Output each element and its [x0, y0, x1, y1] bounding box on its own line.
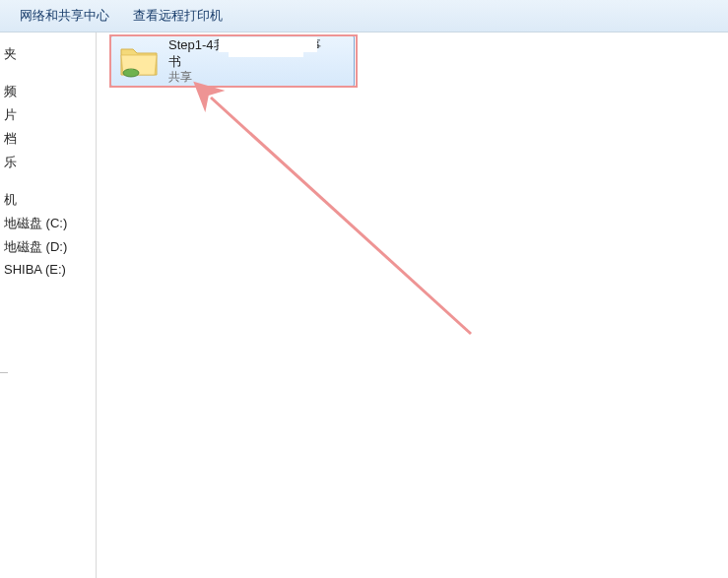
sidebar: 夹 频 片 档 乐 机 地磁盘 (C:) 地磁盘 (D:) SHIBA (E:) [0, 32, 97, 578]
sidebar-item-drive-c[interactable]: 地磁盘 (C:) [0, 212, 96, 235]
folder-share-label: 共享 [168, 70, 348, 85]
svg-point-0 [123, 69, 139, 77]
sidebar-item-folder[interactable]: 夹 [0, 42, 96, 66]
svg-rect-1 [129, 69, 133, 73]
sidebar-item-video[interactable]: 频 [0, 80, 96, 103]
sidebar-item-drive-e[interactable]: SHIBA (E:) [0, 259, 96, 280]
sidebar-item-computer[interactable]: 机 [0, 188, 96, 212]
sidebar-spacer [0, 66, 96, 80]
svg-line-2 [211, 97, 471, 334]
annotation-arrow [97, 32, 727, 578]
sidebar-divider [0, 372, 8, 373]
folder-icon [117, 39, 161, 83]
folder-name-line2: 书 [168, 54, 348, 70]
main-area: 夹 频 片 档 乐 机 地磁盘 (C:) 地磁盘 (D:) SHIBA (E:) [0, 32, 728, 578]
toolbar: 网络和共享中心 查看远程打印机 [0, 0, 728, 32]
sidebar-spacer [0, 174, 96, 188]
toolbar-network-center[interactable]: 网络和共享中心 [8, 3, 121, 29]
folder-item[interactable]: Step1-4我 读故事 书 共享 [110, 35, 355, 87]
content-pane: Step1-4我 读故事 书 共享 [97, 32, 728, 578]
sidebar-item-documents[interactable]: 档 [0, 127, 96, 151]
sidebar-item-music[interactable]: 乐 [0, 151, 96, 174]
folder-name-line1: Step1-4我 读故事 [168, 37, 348, 53]
sidebar-item-drive-d[interactable]: 地磁盘 (D:) [0, 235, 96, 259]
toolbar-view-remote-printers[interactable]: 查看远程打印机 [121, 3, 234, 29]
sidebar-item-pictures[interactable]: 片 [0, 103, 96, 127]
